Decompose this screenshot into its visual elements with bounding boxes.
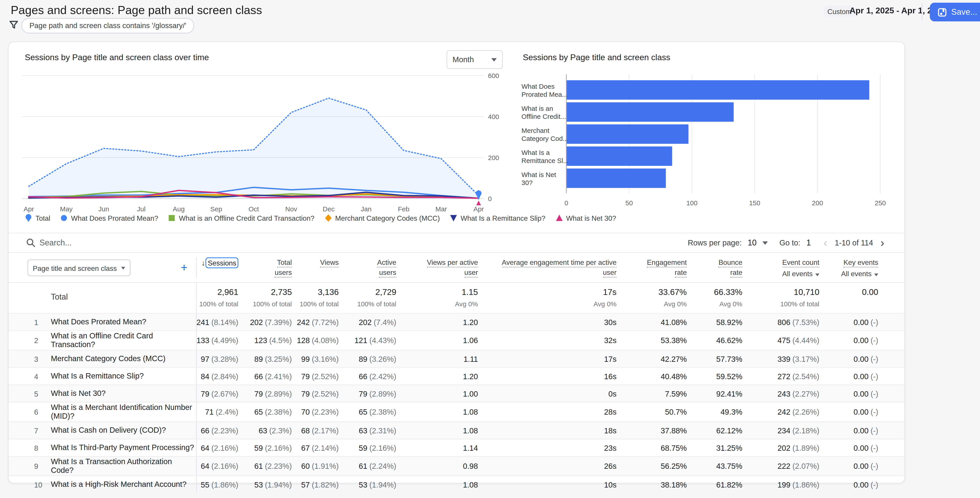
metric-percent: (2.26%)	[792, 408, 819, 416]
row-page-title: What Is Third-Party Payment Processing?	[43, 443, 196, 453]
row-page-title: What is Net 30?	[43, 389, 196, 398]
metric-percent: (2.4%)	[216, 408, 238, 416]
metric-value: 61	[359, 462, 367, 470]
column-header-total-users[interactable]: Totalusers	[238, 257, 292, 278]
metric-percent: (7.4%)	[374, 318, 396, 326]
goto-page-input[interactable]: 1	[807, 238, 811, 247]
metric-percent: (4.49%)	[211, 336, 238, 344]
row-number: 8	[27, 444, 43, 452]
table-row[interactable]: 9What Is a Transaction Authorization Cod…	[9, 456, 904, 476]
granularity-dropdown[interactable]: Month	[447, 50, 503, 69]
legend-item[interactable]: What Does Prorated Mean?	[60, 214, 158, 222]
metric-percent: (2.38%)	[265, 408, 292, 416]
metric-cell: 133(4.49%)	[196, 331, 238, 350]
metric-cell: 66(2.42%)	[339, 368, 396, 385]
column-header-sessions[interactable]: ↓Sessions	[196, 257, 238, 278]
chevron-down-icon[interactable]	[763, 241, 768, 244]
metric-cell: 1.08	[396, 476, 478, 493]
x-axis-tick-label: Feb	[398, 205, 409, 213]
total-value: 0.00	[819, 287, 878, 297]
rows-per-page-value[interactable]: 10	[748, 238, 757, 247]
metric-value: 58.92%	[716, 318, 742, 326]
metric-value: 0.00	[853, 408, 869, 416]
dimension-selector-dropdown[interactable]: Page title and screen class	[27, 260, 130, 276]
metric-value: 61.82%	[716, 481, 742, 488]
metric-percent: (2.41%)	[265, 372, 292, 380]
metric-cell: 89(3.26%)	[339, 351, 396, 367]
table-row[interactable]: 6What is a Merchant Identification Numbe…	[9, 402, 904, 421]
search-input[interactable]: Search...	[40, 238, 72, 247]
metric-cell: 243(2.27%)	[742, 385, 819, 402]
column-header-active-users[interactable]: Activeusers	[339, 257, 396, 278]
metric-value: 43.75%	[716, 462, 742, 470]
previous-page-icon[interactable]: ‹	[822, 237, 829, 249]
table-row[interactable]: 1What Does Prorated Mean?241(8.14%)202(7…	[9, 313, 904, 330]
metric-cell: 57(1.82%)	[292, 476, 339, 493]
legend-item[interactable]: What is Net 30?	[555, 214, 616, 222]
column-header-label: users	[275, 268, 292, 278]
x-axis-tick-label: May	[60, 205, 73, 213]
metric-cell: 0.00(-)	[819, 457, 878, 476]
metric-value: 92.41%	[716, 390, 742, 398]
metric-cell: 26s	[478, 457, 617, 476]
table-row[interactable]: 3Merchant Category Codes (MCC)97(3.28%)8…	[9, 350, 904, 367]
x-axis-tick-label: Jun	[99, 205, 109, 213]
table-row[interactable]: 5What is Net 30?79(2.67%)79(2.89%)79(2.5…	[9, 385, 904, 402]
x-axis-tick-label: 50	[625, 199, 633, 207]
metric-value: 68.75%	[661, 444, 687, 452]
row-number: 4	[27, 372, 43, 380]
table-row[interactable]: 7What is Cash on Delivery (COD)?66(2.23%…	[9, 421, 904, 439]
table-row[interactable]: 8What Is Third-Party Payment Processing?…	[9, 439, 904, 456]
metric-value: 1.14	[463, 444, 478, 452]
total-cell: 2,735100% of total	[238, 283, 292, 313]
column-header-key-events[interactable]: Key eventsAll events	[819, 257, 878, 278]
metric-value: 42.27%	[661, 355, 687, 363]
column-filter-dropdown[interactable]: All events	[819, 269, 878, 278]
legend-item[interactable]: What Is a Remittance Slip?	[450, 214, 545, 222]
metric-value: 46.62%	[716, 336, 742, 344]
column-header-views[interactable]: Views	[292, 257, 339, 278]
column-header-bounce-rate[interactable]: Bouncerate	[687, 257, 742, 278]
column-header-label: user	[603, 268, 617, 278]
x-axis-tick-label: Dec	[323, 205, 334, 213]
legend-pin-icon	[25, 214, 32, 222]
metric-value: 99	[301, 355, 310, 363]
legend-item[interactable]: Total	[25, 214, 51, 222]
metric-value: 59	[255, 444, 263, 452]
table-row[interactable]: 10What is a High-Risk Merchant Account?5…	[9, 476, 904, 493]
column-header-average-engagement-time-per-active-user[interactable]: Average engagement time per activeuser	[478, 257, 617, 278]
metric-percent: (2.16%)	[265, 444, 292, 452]
legend-item[interactable]: What is an Offline Credit Card Transacti…	[168, 214, 314, 222]
metric-value: 243	[778, 390, 791, 398]
legend-item[interactable]: Merchant Category Codes (MCC)	[325, 214, 440, 222]
metric-cell: 64(2.16%)	[196, 439, 238, 456]
y-axis-tick-label: 600	[488, 72, 499, 79]
x-axis-tick-label: Mar	[435, 205, 447, 213]
row-page-title: What is a High-Risk Merchant Account?	[43, 479, 196, 490]
row-page-title: What is an Offline Credit Card Transacti…	[43, 331, 196, 350]
column-header-label: Total	[277, 257, 292, 268]
save-button[interactable]: Save...	[930, 3, 980, 21]
filter-chip[interactable]: Page path and screen class contains '/gl…	[21, 18, 194, 33]
metric-value: 0.00	[853, 355, 869, 363]
column-filter-dropdown[interactable]: All events	[742, 269, 819, 278]
column-header-engagement-rate[interactable]: Engagementrate	[617, 257, 687, 278]
metric-cell: 1.20	[396, 314, 478, 330]
metric-cell: 32s	[478, 331, 617, 350]
metric-percent: (1.86%)	[792, 481, 819, 488]
dimension-selector-label: Page title and screen class	[33, 264, 117, 272]
column-header-views-per-active-user[interactable]: Views per activeuser	[396, 257, 478, 278]
table-row[interactable]: 2What is an Offline Credit Card Transact…	[9, 330, 904, 350]
save-floppy-icon	[938, 8, 947, 16]
add-dimension-button[interactable]: +	[181, 262, 188, 274]
metric-percent: (-)	[871, 481, 878, 488]
metric-percent: (-)	[871, 462, 878, 470]
metric-value: 61	[255, 462, 263, 470]
table-row[interactable]: 4What Is a Remittance Slip?84(2.84%)66(2…	[9, 367, 904, 385]
metric-value: 63	[359, 427, 367, 435]
metric-cell: 1.20	[396, 368, 478, 385]
next-page-icon[interactable]: ›	[879, 237, 886, 249]
column-header-event-count[interactable]: Event countAll events	[742, 257, 819, 278]
metric-value: 67	[301, 444, 310, 452]
metric-percent: (1.82%)	[312, 481, 339, 488]
